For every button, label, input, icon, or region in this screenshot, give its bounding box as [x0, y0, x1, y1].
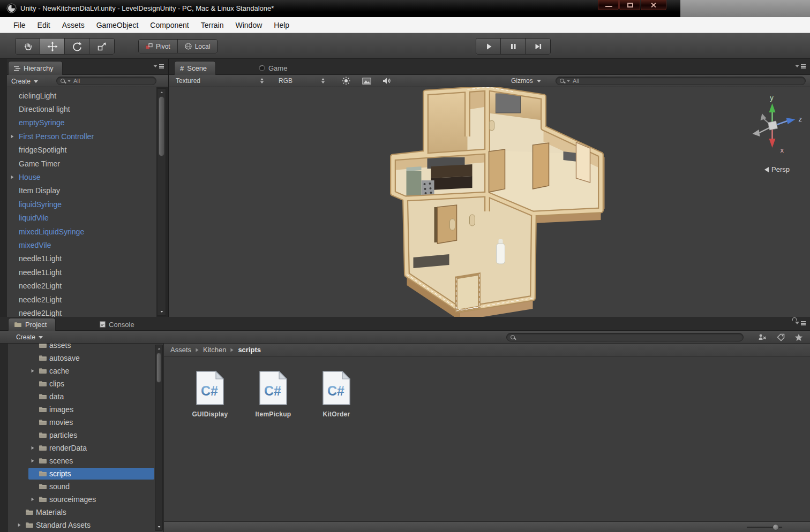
menu-gameobject[interactable]: GameObject	[91, 17, 145, 33]
hierarchy-item-mixedliquidsyringe[interactable]: mixedLiquidSyringe	[7, 225, 156, 238]
hierarchy-item-needle2light[interactable]: needle2Light	[7, 306, 156, 317]
zoom-slider-knob[interactable]	[772, 524, 779, 530]
hierarchy-item-liquidsyringe[interactable]: liquidSyringe	[7, 197, 156, 211]
expand-arrow-icon[interactable]	[29, 459, 36, 463]
lighting-toggle-button[interactable]	[338, 75, 354, 86]
tree-item-particles[interactable]: particles	[0, 429, 154, 442]
hierarchy-item-needle2light[interactable]: needle2Light	[7, 293, 156, 306]
hierarchy-scrollbar[interactable]	[157, 88, 166, 316]
orientation-gizmo[interactable]: y z x	[753, 94, 802, 154]
asset-kitorder[interactable]: C# KitOrder	[306, 370, 366, 418]
create-dropdown[interactable]: Create	[16, 333, 43, 341]
expand-arrow-icon[interactable]	[11, 175, 19, 179]
hierarchy-search-input[interactable]: All	[56, 77, 156, 85]
tree-item-scripts[interactable]: scripts	[0, 467, 154, 480]
scene-search-input[interactable]: All	[556, 77, 806, 85]
tree-item-data[interactable]: data	[0, 390, 154, 403]
local-button[interactable]: Local	[178, 40, 218, 53]
expand-arrow-icon[interactable]	[29, 446, 36, 450]
play-button[interactable]	[476, 39, 501, 54]
tree-item-renderdata[interactable]: renderData	[0, 442, 154, 454]
scrollbar-thumb[interactable]	[159, 96, 164, 156]
tree-item-materials[interactable]: Materials	[0, 506, 154, 519]
step-button[interactable]	[526, 39, 550, 54]
hierarchy-item-needle2light[interactable]: needle2Light	[7, 279, 156, 292]
menu-assets[interactable]: Assets	[56, 17, 91, 33]
scrollbar-thumb[interactable]	[156, 353, 161, 383]
hierarchy-item-house[interactable]: House	[7, 170, 156, 184]
hand-tool-button[interactable]	[16, 39, 40, 54]
tree-item-movies[interactable]: movies	[0, 416, 154, 429]
search-by-type-button[interactable]	[754, 332, 770, 343]
shading-dropdown[interactable]: Textured	[172, 75, 267, 87]
tree-item-standard-assets[interactable]: Standard Assets	[0, 519, 154, 531]
tree-scrollbar[interactable]	[155, 345, 163, 531]
hierarchy-item-first-person-controller[interactable]: First Person Controller	[7, 130, 156, 143]
scroll-down-icon[interactable]	[155, 523, 162, 530]
gizmos-dropdown[interactable]: Gizmos	[507, 75, 549, 87]
expand-arrow-icon[interactable]	[29, 369, 36, 373]
tree-item-clips[interactable]: clips	[0, 377, 154, 390]
tab-game[interactable]: Game	[253, 61, 296, 75]
tab-project[interactable]: Project	[8, 318, 56, 331]
scroll-down-icon[interactable]	[158, 308, 166, 315]
tree-item-sound[interactable]: sound	[0, 480, 154, 493]
maximize-button[interactable]	[619, 0, 640, 10]
move-tool-button[interactable]	[40, 39, 65, 54]
close-button[interactable]	[641, 0, 666, 10]
minimize-button[interactable]	[598, 0, 619, 10]
scene-viewport[interactable]: y z x Persp	[169, 87, 810, 317]
hierarchy-item-fridgespotlight[interactable]: fridgeSpotlight	[7, 143, 156, 157]
tree-item-assets[interactable]: assets	[0, 344, 154, 352]
panel-menu-icon[interactable]	[795, 322, 806, 324]
hierarchy-item-cielinglight[interactable]: cielingLight	[7, 89, 156, 102]
search-by-label-button[interactable]	[772, 332, 789, 343]
tab-scene[interactable]: # Scene	[174, 61, 216, 75]
rotate-tool-button[interactable]	[65, 39, 89, 54]
menu-component[interactable]: Component	[144, 17, 194, 33]
expand-arrow-icon[interactable]	[11, 134, 19, 139]
tree-item-cache[interactable]: cache	[0, 364, 154, 377]
menu-file[interactable]: File	[8, 17, 32, 33]
asset-itempickup[interactable]: C# ItemPickup	[243, 370, 303, 418]
create-dropdown[interactable]: Create	[11, 78, 38, 85]
skybox-toggle-button[interactable]	[358, 75, 374, 86]
menu-window[interactable]: Window	[229, 17, 268, 33]
panel-menu-icon[interactable]	[153, 65, 164, 67]
project-search-input[interactable]	[506, 333, 744, 341]
tree-item-sourceimages[interactable]: sourceimages	[0, 493, 154, 506]
tree-item-scenes[interactable]: scenes	[0, 454, 154, 467]
tree-item-autosave[interactable]: autosave	[0, 352, 154, 364]
scroll-up-icon[interactable]	[158, 89, 166, 96]
breadcrumb-kitchen[interactable]: Kitchen	[203, 346, 226, 354]
hierarchy-item-mixedvile[interactable]: mixedVile	[7, 238, 156, 252]
menu-edit[interactable]: Edit	[32, 17, 56, 33]
hierarchy-item-game-timer[interactable]: Game Timer	[7, 157, 156, 170]
breadcrumb-assets[interactable]: Assets	[170, 346, 191, 354]
hierarchy-item-emptysyringe[interactable]: emptySyringe	[7, 116, 156, 130]
hierarchy-item-liquidvile[interactable]: liquidVile	[7, 211, 156, 225]
asset-guidisplay[interactable]: C# GUIDisplay	[180, 370, 240, 418]
hierarchy-item-needle1light[interactable]: needle1Light	[7, 265, 156, 279]
audio-toggle-button[interactable]	[379, 75, 395, 86]
tab-hierarchy[interactable]: Hierarchy	[8, 61, 63, 75]
hierarchy-item-directional-light[interactable]: Directional light	[7, 102, 156, 116]
breadcrumb-scripts[interactable]: scripts	[238, 346, 261, 354]
perspective-toggle[interactable]: Persp	[764, 165, 790, 173]
assets-grid[interactable]: C# GUIDisplay C# ItemPickup C# KitOrder	[164, 356, 810, 521]
menu-terrain[interactable]: Terrain	[195, 17, 230, 33]
hierarchy-item-needle1light[interactable]: needle1Light	[7, 252, 156, 265]
tab-console[interactable]: Console	[94, 318, 143, 331]
scroll-up-icon[interactable]	[155, 345, 162, 352]
scale-tool-button[interactable]	[89, 39, 114, 54]
expand-arrow-icon[interactable]	[29, 497, 36, 501]
pivot-button[interactable]: Pivot	[139, 40, 178, 53]
favorites-button[interactable]	[791, 332, 807, 343]
channel-dropdown[interactable]: RGB	[275, 75, 328, 87]
expand-arrow-icon[interactable]	[16, 523, 23, 527]
panel-menu-icon[interactable]	[795, 65, 806, 67]
pause-button[interactable]	[501, 39, 526, 54]
menu-help[interactable]: Help	[268, 17, 295, 33]
hierarchy-item-item-display[interactable]: Item Display	[7, 184, 156, 197]
tree-item-images[interactable]: images	[0, 403, 154, 416]
